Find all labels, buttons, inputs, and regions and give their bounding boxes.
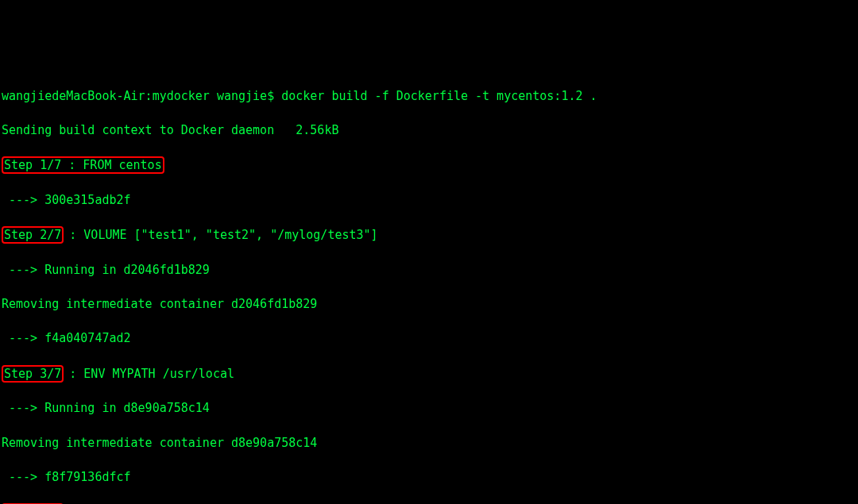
running-3: ---> Running in d8e90a758c14 xyxy=(2,400,858,417)
hash-1: ---> 300e315adb2f xyxy=(2,192,858,210)
removing-2: Removing intermediate container d2046fd1… xyxy=(2,296,858,314)
hash-2: ---> f4a040747ad2 xyxy=(2,330,858,348)
step-1-box: Step 1/7 : FROM centos xyxy=(2,156,164,174)
step-2-box: Step 2/7 xyxy=(2,226,64,244)
step-1: Step 1/7 : FROM centos xyxy=(2,156,858,175)
step-2: Step 2/7 : VOLUME ["test1", "test2", "/m… xyxy=(2,226,858,244)
terminal-output: wangjiedeMacBook-Air:mydocker wangjie$ d… xyxy=(0,69,858,504)
prompt-line: wangjiedeMacBook-Air:mydocker wangjie$ d… xyxy=(2,88,858,106)
removing-3: Removing intermediate container d8e90a75… xyxy=(2,435,858,452)
step-3-rest: : ENV MYPATH /usr/local xyxy=(62,367,234,381)
step-2-rest: : VOLUME ["test1", "test2", "/mylog/test… xyxy=(62,228,377,242)
context-line: Sending build context to Docker daemon 2… xyxy=(2,122,858,140)
step-3: Step 3/7 : ENV MYPATH /usr/local xyxy=(2,365,858,383)
step-3-box: Step 3/7 xyxy=(2,365,64,383)
running-2: ---> Running in d2046fd1b829 xyxy=(2,262,858,279)
hash-3: ---> f8f79136dfcf xyxy=(2,469,858,487)
